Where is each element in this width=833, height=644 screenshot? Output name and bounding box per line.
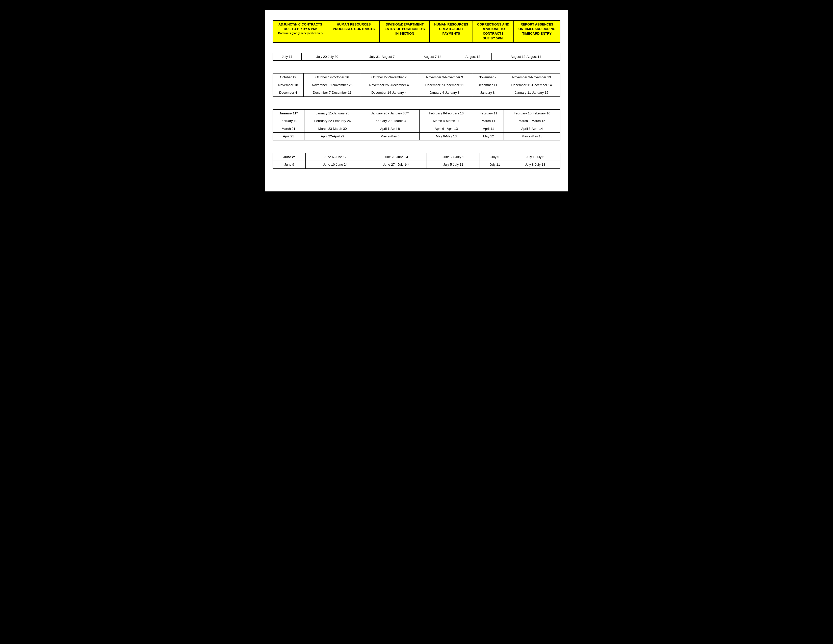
cell-r0c2: January 26 - January 30** [361,109,419,117]
cell-r2c0: March 21 [273,125,304,133]
cell-r0c3: February 8-February 16 [419,109,473,117]
cell-r2c0: December 4 [273,89,304,97]
table-row: January 11*January 11-January 25January … [273,109,560,117]
cell-r0c5: February 10-February 16 [504,109,560,117]
cell-r2c1: March 23-March 30 [304,125,361,133]
jan-may-table: January 11*January 11-January 25January … [273,109,560,140]
cell-r0c1: October 19-October 26 [304,74,361,81]
cell-r1c2: June 27 - July 1** [365,161,427,169]
cell-r0c2: October 27-November 2 [361,74,417,81]
header-col2: HUMAN RESOURCESPROCESSES CONTRACTS [328,21,380,42]
cell-r3c0: April 21 [273,133,304,140]
cell-r1c6: August 12-August 14 [492,53,560,61]
header-col1-line2: DUE TO HR BY 5 PM: [275,27,326,31]
cell-r1c2: July 20-July 30 [302,53,353,61]
cell-r0c3: June 27-July 1 [427,153,479,161]
cell-r2c5: January 11-January 15 [503,89,560,97]
cell-r1c0: February 19 [273,117,304,125]
cell-r2c2: April 1-April 8 [361,125,419,133]
june-july-table: June 2*June 6-June 17June 20-June 24June… [273,153,560,169]
cell-r1c0: November 18 [273,81,304,89]
cell-r0c5: July 1-July 5 [510,153,560,161]
cell-r1c5: July 8-July 13 [510,161,560,169]
oct-dec-table: October 19October 19-October 26October 2… [273,73,560,97]
cell-r3c3: May 6-May 13 [419,133,473,140]
table-row: March 21March 23-March 30April 1-April 8… [273,125,560,133]
cell-r3c5: May 9-May 13 [504,133,560,140]
cell-r1c1: June 10-June 24 [306,161,365,169]
cell-r1c3: July 31- August 7 [353,53,411,61]
cell-r1c3: July 5-July 11 [427,161,479,169]
cell-r0c1: January 11-January 25 [304,109,361,117]
header-col6: REPORT ABSENCESON TIMECARD DURINGTIMECAR… [514,21,560,42]
table-row: February 19February 22-February 26Februa… [273,117,560,125]
cell-r0c0: October 19 [273,74,304,81]
cell-r0c2: June 20-June 24 [365,153,427,161]
cell-r1c5: December 11-December 14 [503,81,560,89]
cell-r1c1: February 22-February 26 [304,117,361,125]
header-col1: ADJUNCT/NIC CONTRACTS DUE TO HR BY 5 PM:… [273,21,328,42]
cell-r2c4: January 8 [472,89,503,97]
cell-r0c4: February 11 [473,109,504,117]
table-row: April 21April 22-April 29May 2-May 6May … [273,133,560,140]
cell-r2c5: April 8-April 14 [504,125,560,133]
cell-r3c2: May 2-May 6 [361,133,419,140]
header-table: ADJUNCT/NIC CONTRACTS DUE TO HR BY 5 PM:… [273,20,560,43]
header-col1-line1: ADJUNCT/NIC CONTRACTS [275,22,326,27]
cell-r0c5: November 9-November 13 [503,74,560,81]
cell-r0c3: November 3-November 9 [417,74,472,81]
header-col3: DIVISION/DEPARTMENTENTRY OF POSITION ID'… [380,21,429,42]
table-row: November 18November 19-November 25Novemb… [273,81,560,89]
cell-r0c0: June 2* [273,153,306,161]
cell-r2c2: December 14-January 4 [361,89,417,97]
cell-r0c0: January 11* [273,109,304,117]
cell-r1c5: August 12 [454,53,492,61]
cell-r1c4: August 7-14 [411,53,454,61]
table-row: December 4December 7-December 11December… [273,89,560,97]
cell-r1c1: July 17 [273,53,302,61]
cell-r0c1: June 6-June 17 [306,153,365,161]
cell-r0c4: July 5 [479,153,510,161]
cell-r1c3: March 4-March 11 [419,117,473,125]
july-table: July 17 July 20-July 30 July 31- August … [273,53,560,61]
cell-r1c5: March 9-March 15 [504,117,560,125]
cell-r1c1: November 19-November 25 [304,81,361,89]
cell-r1c2: November 25 -December 4 [361,81,417,89]
cell-r3c1: April 22-April 29 [304,133,361,140]
header-col1-line3: Contracts gladly accepted earlier) [275,31,326,35]
cell-r1c0: June 9 [273,161,306,169]
cell-r1c3: December 7-December 11 [417,81,472,89]
table-row: October 19October 19-October 26October 2… [273,74,560,81]
table-row: July 17 July 20-July 30 July 31- August … [273,53,560,61]
cell-r1c4: March 11 [473,117,504,125]
table-row: June 2*June 6-June 17June 20-June 24June… [273,153,560,161]
cell-r1c4: July 11 [479,161,510,169]
cell-r2c3: April 6 - April 13 [419,125,473,133]
cell-r2c3: January 4-January 8 [417,89,472,97]
cell-r1c2: February 29 - March 4 [361,117,419,125]
page: ADJUNCT/NIC CONTRACTS DUE TO HR BY 5 PM:… [265,10,568,192]
cell-r2c1: December 7-December 11 [304,89,361,97]
header-col5: CORRECTIONS ANDREVISIONS TOCONTRACTSDUE … [473,21,514,42]
table-row: June 9June 10-June 24June 27 - July 1**J… [273,161,560,169]
header-col4: HUMAN RESOURCESCREATE/AUDITPAYMENTS [429,21,473,42]
cell-r2c4: April 11 [473,125,504,133]
cell-r0c4: November 9 [472,74,503,81]
cell-r3c4: May 12 [473,133,504,140]
cell-r1c4: December 11 [472,81,503,89]
